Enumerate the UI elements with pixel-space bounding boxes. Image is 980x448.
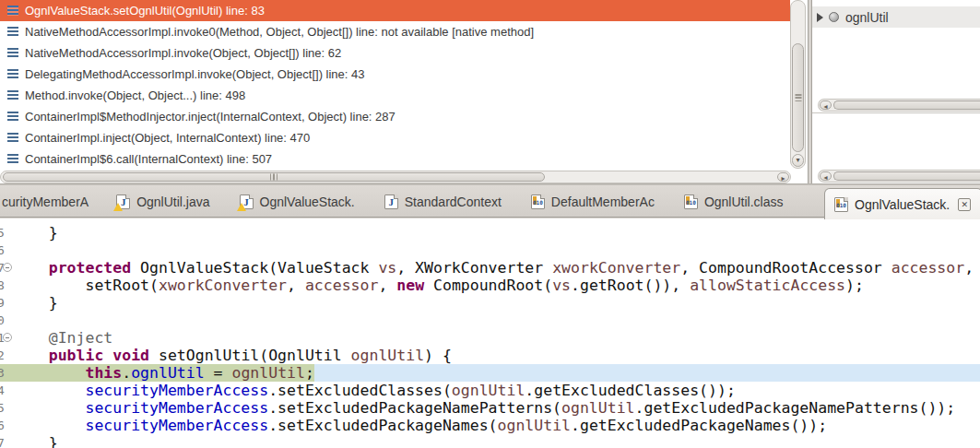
variable-row[interactable]: ognlUtil <box>812 6 980 28</box>
editor-tab-standardcontext[interactable]: J StandardContext <box>370 185 516 218</box>
variable-row[interactable]: this <box>812 0 980 6</box>
code-text: this.ognlUtil = ognlUtil; <box>0 364 314 382</box>
scroll-right-button[interactable]: ▸ <box>777 172 789 182</box>
java-file-icon: J <box>385 196 397 207</box>
class-file-icon: 010 <box>685 199 697 206</box>
code-line[interactable]: public void setOgnlUtil(OgnlUtil ognlUti… <box>0 347 980 364</box>
variables-horizontal-scrollbar-thumb[interactable] <box>833 100 980 110</box>
line-number[interactable]: 7 <box>0 434 8 448</box>
file-icon: J <box>384 195 398 209</box>
tab-ognlvaluestack-active[interactable]: 010OgnlValueStack.✕ <box>824 188 980 219</box>
line-number[interactable]: 8 <box>0 277 8 294</box>
code-line[interactable]: protected OgnlValueStack(ValueStack vs, … <box>0 259 980 277</box>
file-icon: 010 <box>684 195 698 209</box>
code-line[interactable]: securityMemberAccess.setExcludedClasses(… <box>0 382 980 399</box>
class-file-icon: 010 <box>532 199 544 206</box>
fold-collapse-icon[interactable] <box>3 333 12 342</box>
code-line[interactable]: } <box>0 224 980 242</box>
line-number[interactable]: 9 <box>0 294 8 312</box>
stack-horizontal-scrollbar[interactable]: ▸ <box>0 171 791 183</box>
stack-frame[interactable]: NativeMethodAccessorImpl.invoke(Object, … <box>0 42 790 64</box>
tab-label: OgnlUtil.java <box>136 195 209 209</box>
scroll-left-button[interactable]: ◂ <box>820 100 832 110</box>
code-editor[interactable]: }56 protected OgnlValueStack(ValueStack … <box>0 218 980 448</box>
stack-frame-list: OgnlValueStack.setOgnlUtil(OgnlUtil) lin… <box>0 0 790 170</box>
stack-frame-icon <box>7 69 18 79</box>
code-line[interactable] <box>0 312 980 329</box>
tab-label: OgnlValueStack. <box>855 197 950 212</box>
scrollbar-grip-icon <box>795 94 801 101</box>
code-line[interactable]: @Inject <box>0 329 980 347</box>
line-number[interactable]: 6 <box>0 417 8 434</box>
line-number[interactable]: 4 <box>0 382 8 399</box>
code-line[interactable]: } <box>0 434 980 448</box>
debug-stack-panel: OgnlValueStack.setOgnlUtil(OgnlUtil) lin… <box>0 0 809 184</box>
stack-frame[interactable]: ContainerImpl.inject(Object, InternalCon… <box>0 127 790 148</box>
scroll-left-button[interactable]: ◂ <box>820 171 832 181</box>
stack-frame-label: NativeMethodAccessorImpl.invoke(Object, … <box>25 46 341 60</box>
stack-frame-label: ContainerImpl.inject(Object, InternalCon… <box>25 131 310 145</box>
file-icon: J <box>240 195 254 209</box>
stack-frame-icon <box>7 27 18 37</box>
class-file-icon: 010 <box>835 202 847 208</box>
line-number[interactable]: 5 <box>0 399 8 417</box>
stack-frame-label: Method.invoke(Object, Object...) line: 4… <box>25 88 245 102</box>
stack-horizontal-scrollbar-thumb[interactable] <box>3 172 545 182</box>
stack-frame-icon <box>7 90 18 100</box>
code-line[interactable]: setRoot(xworkConverter, accessor, new Co… <box>0 277 980 294</box>
code-line[interactable] <box>0 242 980 259</box>
line-number[interactable]: 3 <box>0 364 8 382</box>
code-text: securityMemberAccess.setExcludedPackageN… <box>0 417 827 434</box>
stack-frame-label: NativeMethodAccessorImpl.invoke0(Method,… <box>25 25 534 39</box>
editor-tab-ognlvaluestack-[interactable]: J OgnlValueStack. <box>225 185 370 218</box>
tab-close-icon[interactable]: ✕ <box>958 198 971 211</box>
stack-frame[interactable]: ContainerImpl$MethodInjector.inject(Inte… <box>0 106 790 127</box>
editor-tab-ognlutil-java[interactable]: J OgnlUtil.java <box>101 185 224 218</box>
code-text: } <box>0 434 58 448</box>
code-text: protected OgnlValueStack(ValueStack vs, … <box>0 259 974 277</box>
line-number[interactable]: 6 <box>0 242 8 259</box>
current-line-extension <box>314 364 980 382</box>
code-text: setRoot(xworkConverter, accessor, new Co… <box>0 277 864 294</box>
variable-name: ognlUtil <box>845 10 889 25</box>
file-icon: J <box>116 195 130 209</box>
stack-frame-icon <box>7 6 18 16</box>
editor-tab-curitymembera[interactable]: curityMemberA <box>0 185 101 218</box>
code-text: } <box>0 294 58 312</box>
variable-name: this <box>845 0 866 3</box>
code-line-current[interactable]: this.ognlUtil = ognlUtil; <box>0 364 980 382</box>
editor-tab-ognlutil-class[interactable]: 010 OgnlUtil.class <box>669 185 798 218</box>
warning-overlay-icon <box>237 203 246 211</box>
stack-frame[interactable]: OgnlValueStack.setOgnlUtil(OgnlUtil) lin… <box>0 0 790 21</box>
detail-pane-horizontal-scrollbar[interactable]: ◂ <box>818 170 980 183</box>
line-number[interactable]: 5 <box>0 224 8 242</box>
stack-frame[interactable]: ContainerImpl$6.call(InternalContext) li… <box>0 148 790 170</box>
stack-frame-label: ContainerImpl$6.call(InternalContext) li… <box>25 152 272 166</box>
fold-collapse-icon[interactable] <box>3 263 12 272</box>
code-line[interactable]: securityMemberAccess.setExcludedPackageN… <box>0 399 980 417</box>
detail-pane-horizontal-scrollbar-thumb[interactable] <box>833 171 980 181</box>
tab-label: OgnlValueStack. <box>260 195 355 209</box>
tab-label: DefaultMemberAc <box>551 195 655 209</box>
scroll-down-button[interactable]: ▾ <box>792 154 804 167</box>
tab-label: curityMemberA <box>2 195 89 209</box>
expand-arrow-icon[interactable] <box>817 13 823 22</box>
variable-type-icon <box>829 12 839 22</box>
warning-overlay-icon <box>113 203 123 211</box>
code-line[interactable]: } <box>0 294 980 312</box>
tab-label: OgnlUtil.class <box>704 195 784 209</box>
line-number[interactable]: 2 <box>0 347 8 364</box>
stack-vertical-scrollbar[interactable]: ▾ <box>790 0 806 169</box>
stack-frame[interactable]: Method.invoke(Object, Object...) line: 4… <box>0 85 790 106</box>
variables-horizontal-scrollbar[interactable]: ◂ <box>818 99 980 112</box>
code-line[interactable]: securityMemberAccess.setExcludedPackageN… <box>0 417 980 434</box>
variables-detail-sash <box>812 112 980 113</box>
code-text: securityMemberAccess.setExcludedClasses(… <box>0 382 736 399</box>
stack-frame[interactable]: NativeMethodAccessorImpl.invoke0(Method,… <box>0 21 790 42</box>
editor-tab-defaultmemberac[interactable]: 010 DefaultMemberAc <box>516 185 669 218</box>
stack-vertical-scrollbar-thumb[interactable] <box>792 43 804 152</box>
file-icon: 010 <box>531 195 545 209</box>
stack-frame-label: ContainerImpl$MethodInjector.inject(Inte… <box>25 110 396 124</box>
line-number[interactable]: 0 <box>0 312 8 329</box>
stack-frame[interactable]: DelegatingMethodAccessorImpl.invoke(Obje… <box>0 64 790 85</box>
